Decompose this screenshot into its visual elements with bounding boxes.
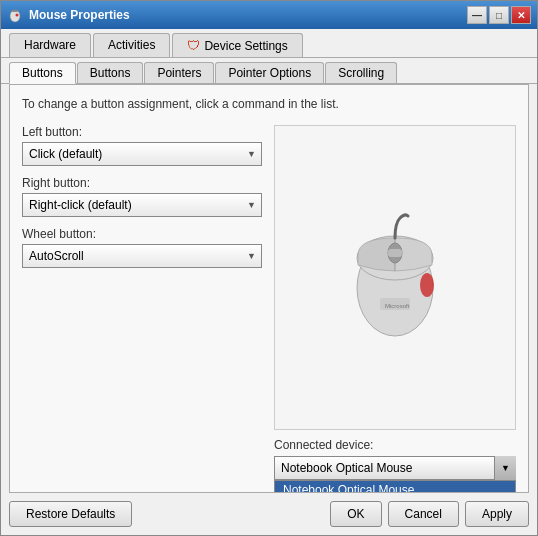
wheel-button-select-wrapper: AutoScroll [22,244,262,268]
svg-rect-7 [388,249,402,257]
tabs-top: Hardware Activities 🛡 Device Settings [1,29,537,58]
svg-text:Microsoft: Microsoft [385,303,410,309]
right-button-group: Right button: Right-click (default) [22,176,262,217]
mouse-image-area: Microsoft [274,125,516,430]
connected-device-label: Connected device: [274,438,516,452]
left-panel: Left button: Click (default) Right butto… [22,125,262,480]
right-panel: Microsoft Connected device: Notebook Opt… [274,125,516,480]
svg-point-2 [16,14,19,17]
device-dropdown-button[interactable]: Notebook Optical Mouse [274,456,516,480]
title-bar-buttons: — □ ✕ [467,6,531,24]
mouse-image: Microsoft [330,213,460,343]
cancel-button[interactable]: Cancel [388,501,459,527]
apply-button[interactable]: Apply [465,501,529,527]
close-button[interactable]: ✕ [511,6,531,24]
right-button-select[interactable]: Right-click (default) [22,193,262,217]
left-button-select[interactable]: Click (default) [22,142,262,166]
left-button-select-wrapper: Click (default) [22,142,262,166]
device-dropdown-wrapper: Notebook Optical Mouse ▼ Notebook Optica… [274,456,516,480]
tab-buttons2[interactable]: Buttons [77,62,144,83]
window-title: Mouse Properties [29,8,467,22]
window-icon [7,7,23,23]
window: Mouse Properties — □ ✕ Hardware Activiti… [0,0,538,536]
wheel-button-group: Wheel button: AutoScroll [22,227,262,268]
right-button-select-wrapper: Right-click (default) [22,193,262,217]
minimize-button[interactable]: — [467,6,487,24]
tab-activities[interactable]: Activities [93,33,170,57]
tab-pointers[interactable]: Pointers [144,62,214,83]
wheel-button-select[interactable]: AutoScroll [22,244,262,268]
connected-device-section: Connected device: Notebook Optical Mouse… [274,438,516,480]
tabs-second: Buttons Buttons Pointers Pointer Options… [1,58,537,84]
restore-defaults-button[interactable]: Restore Defaults [9,501,132,527]
wheel-button-label: Wheel button: [22,227,262,241]
device-dropdown-list[interactable]: Notebook Optical Mouse Notebook Optical … [274,480,516,493]
ok-cancel-group: OK Cancel Apply [330,501,529,527]
left-button-label: Left button: [22,125,262,139]
device-dropdown-arrow[interactable]: ▼ [494,456,516,480]
tab-hardware[interactable]: Hardware [9,33,91,57]
tab-pointer-options[interactable]: Pointer Options [215,62,324,83]
instruction-text: To change a button assignment, click a c… [22,97,516,111]
title-bar: Mouse Properties — □ ✕ [1,1,537,29]
bottom-buttons: Restore Defaults OK Cancel Apply [1,493,537,535]
maximize-button[interactable]: □ [489,6,509,24]
right-button-label: Right button: [22,176,262,190]
svg-rect-1 [12,10,18,12]
content-area: To change a button assignment, click a c… [9,84,529,493]
device-settings-icon: 🛡 [187,38,200,53]
tab-buttons[interactable]: Buttons [9,62,76,84]
main-area: Left button: Click (default) Right butto… [22,125,516,480]
ok-button[interactable]: OK [330,501,381,527]
device-dropdown-value: Notebook Optical Mouse [281,461,412,475]
dropdown-item[interactable]: Notebook Optical Mouse [275,481,515,493]
tab-scrolling[interactable]: Scrolling [325,62,397,83]
svg-point-8 [420,273,434,297]
left-button-group: Left button: Click (default) [22,125,262,166]
tab-device-settings[interactable]: 🛡 Device Settings [172,33,302,57]
